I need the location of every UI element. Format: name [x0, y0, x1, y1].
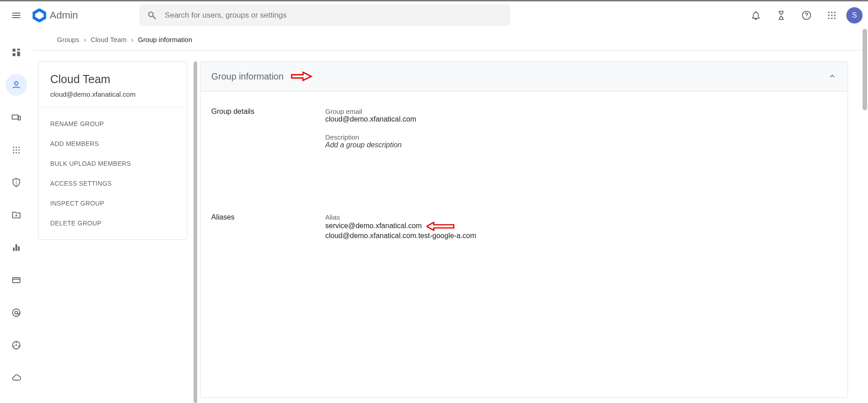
- svg-point-10: [831, 18, 832, 19]
- svg-point-26: [16, 152, 17, 154]
- app-switcher-button[interactable]: [821, 5, 843, 26]
- rail-users[interactable]: [5, 74, 27, 96]
- hourglass-icon: [776, 10, 786, 20]
- apps-icon: [827, 11, 836, 20]
- svg-point-36: [15, 344, 17, 346]
- card-icon: [11, 275, 21, 285]
- alias-value-0: service@demo.xfanatical.com: [325, 222, 422, 230]
- users-icon: [11, 80, 21, 90]
- annotation-arrow-1: [291, 70, 323, 83]
- svg-point-6: [828, 14, 830, 16]
- alias-sublabel: Alias: [325, 213, 837, 221]
- svg-point-3: [828, 11, 830, 13]
- svg-point-27: [19, 152, 20, 154]
- rail-account[interactable]: [5, 302, 27, 323]
- dashboard-icon: [11, 47, 21, 57]
- help-icon: [802, 10, 811, 20]
- topbar: Admin S: [0, 0, 868, 29]
- action-delete-group[interactable]: DELETE GROUP: [38, 213, 187, 233]
- breadcrumb: Groups › Cloud Team › Group information: [33, 29, 862, 51]
- action-bulk-upload[interactable]: BULK UPLOAD MEMBERS: [38, 154, 187, 173]
- breadcrumb-current: Group information: [138, 36, 192, 43]
- admin-logo-icon: [33, 9, 46, 22]
- aliases-label: Aliases: [211, 213, 325, 221]
- svg-point-7: [831, 14, 832, 16]
- tasks-button[interactable]: [770, 5, 792, 26]
- svg-point-23: [16, 150, 17, 151]
- search-button[interactable]: [143, 6, 161, 24]
- at-sign-icon: [11, 308, 21, 318]
- rail-rules[interactable]: [5, 204, 27, 226]
- svg-point-8: [834, 14, 835, 16]
- description-placeholder[interactable]: Add a group description: [325, 141, 837, 149]
- topbar-right: S: [745, 5, 863, 26]
- annotation-arrow-2: [427, 221, 455, 232]
- chevron-up-icon: [828, 72, 837, 81]
- rail-billing[interactable]: [5, 269, 27, 291]
- group-sidebar-card: Cloud Team cloud@demo.xfanatical.com REN…: [38, 61, 187, 240]
- product-name: Admin: [50, 9, 78, 21]
- rail-admin-roles[interactable]: [5, 334, 27, 356]
- svg-marker-38: [427, 222, 454, 230]
- scrollbar-thumb[interactable]: [863, 29, 867, 110]
- group-details-row: Group details Group email cloud@demo.xfa…: [211, 108, 837, 159]
- chevron-right-icon: ›: [131, 36, 133, 43]
- group-email-label: Group email: [325, 108, 837, 115]
- svg-point-19: [13, 147, 14, 148]
- action-add-members[interactable]: ADD MEMBERS: [38, 134, 187, 154]
- group-email-value: cloud@demo.xfanatical.com: [325, 115, 837, 123]
- search-bar[interactable]: [139, 5, 510, 26]
- svg-point-24: [19, 150, 20, 151]
- avatar[interactable]: S: [846, 7, 863, 23]
- breadcrumb-cloud-team[interactable]: Cloud Team: [90, 36, 127, 43]
- svg-point-25: [13, 152, 14, 154]
- svg-point-2: [806, 17, 807, 18]
- rail-security[interactable]: [5, 172, 27, 193]
- rail-devices[interactable]: [5, 107, 27, 128]
- shield-icon: [11, 178, 21, 187]
- action-access-settings[interactable]: ACCESS SETTINGS: [38, 173, 187, 193]
- rail-reports[interactable]: [5, 237, 27, 258]
- svg-point-21: [19, 147, 20, 148]
- svg-rect-17: [12, 115, 18, 119]
- svg-rect-28: [13, 248, 15, 251]
- description-label: Description: [325, 133, 837, 141]
- alias-value-1: cloud@demo.xfanatical.com.test-google-a.…: [325, 232, 837, 240]
- action-inspect-group[interactable]: INSPECT GROUP: [38, 193, 187, 213]
- svg-rect-18: [19, 116, 21, 120]
- starred-folder-icon: [11, 210, 21, 220]
- avatar-initial: S: [852, 11, 857, 19]
- svg-point-33: [13, 309, 20, 317]
- hamburger-button[interactable]: [5, 5, 27, 26]
- svg-rect-15: [13, 53, 15, 56]
- svg-rect-13: [17, 49, 20, 51]
- search-input[interactable]: [161, 11, 507, 20]
- rail-dashboard[interactable]: [5, 42, 27, 63]
- notifications-button[interactable]: [745, 5, 767, 26]
- svg-marker-37: [292, 72, 311, 80]
- section-header-group-info[interactable]: Group information: [200, 62, 848, 91]
- menu-icon: [11, 10, 22, 21]
- svg-point-9: [828, 18, 830, 19]
- svg-rect-14: [17, 52, 20, 56]
- chevron-right-icon: ›: [84, 36, 86, 43]
- page-scrollbar[interactable]: [862, 29, 868, 403]
- action-rename-group[interactable]: RENAME GROUP: [38, 114, 187, 134]
- inner-scrollbar[interactable]: [194, 61, 197, 403]
- rail-apps[interactable]: [5, 139, 27, 161]
- svg-point-20: [16, 147, 17, 148]
- devices-icon: [11, 112, 21, 122]
- rail-cloud[interactable]: [5, 367, 27, 389]
- svg-rect-29: [15, 244, 17, 251]
- breadcrumb-groups[interactable]: Groups: [57, 36, 79, 43]
- group-name: Cloud Team: [50, 73, 175, 86]
- product-logo[interactable]: Admin: [33, 9, 78, 22]
- svg-rect-12: [13, 49, 15, 52]
- help-button[interactable]: [796, 5, 817, 26]
- cloud-icon: [11, 373, 21, 383]
- svg-rect-31: [13, 278, 20, 283]
- svg-point-4: [831, 11, 832, 13]
- search-icon: [147, 10, 157, 20]
- svg-point-11: [834, 18, 835, 19]
- svg-point-16: [14, 82, 18, 85]
